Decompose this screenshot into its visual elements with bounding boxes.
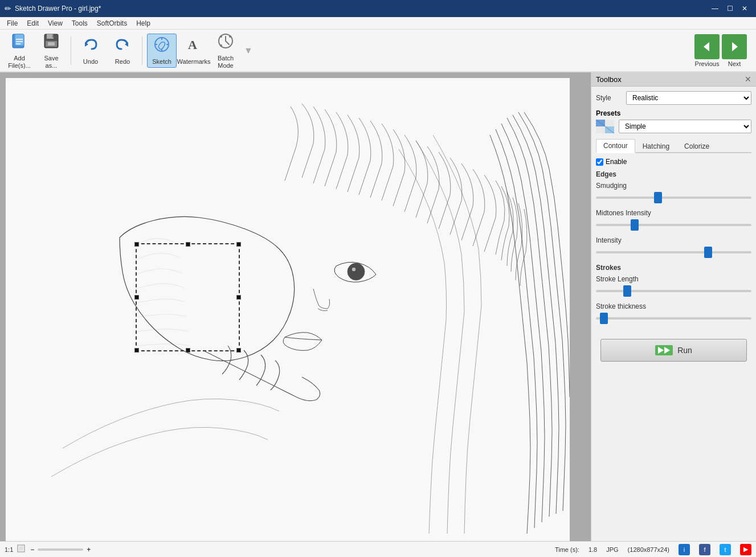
info-icon[interactable]: i [679,544,690,555]
sketch-button[interactable]: Sketch [147,34,177,68]
intensity-label: Intensity [596,236,751,244]
stroke-thickness-label: Stroke thickness [596,302,751,310]
menu-softorbits[interactable]: SoftOrbits [92,18,132,28]
enable-checkbox[interactable] [596,158,603,166]
presets-row: SimpleDetailedDarkLight [596,120,751,133]
menu-tools[interactable]: Tools [67,18,92,28]
edges-section: Edges Smudging Midtones Intensity [596,170,751,258]
toolbox-title: Toolbox [596,75,622,84]
previous-button[interactable] [694,34,720,59]
sketch-image [6,78,570,541]
tab-colorize[interactable]: Colorize [677,139,717,153]
zoom-value: 1:1 [5,546,13,553]
undo-icon [81,35,100,57]
undo-label: Undo [83,58,98,65]
minimize-button[interactable]: — [708,3,722,14]
stroke-length-slider-container [596,285,751,297]
smudging-slider[interactable] [596,196,751,199]
presets-icon [596,120,614,133]
status-bar: 1:1 − + Time (s): 1.8 JPG (1280x877x24) … [0,541,756,557]
strokes-title: Strokes [596,264,751,272]
menu-edit[interactable]: Edit [22,18,43,28]
batch-mode-label: BatchMode [218,55,234,68]
stroke-thickness-slider[interactable] [596,317,751,320]
stroke-length-label: Stroke Length [596,275,751,283]
more-arrow[interactable]: ▼ [244,46,253,56]
midtones-group: Midtones Intensity [596,209,751,231]
svg-marker-22 [704,42,709,51]
style-label: Style [596,94,622,102]
zoom-plus-button[interactable]: + [85,546,92,554]
save-as-label: Saveas... [44,55,58,68]
smudging-group: Smudging [596,182,751,203]
midtones-thumb[interactable] [631,219,639,231]
canvas-inner [0,72,591,541]
presets-section: Presets SimpleDetailedDarkLight [596,109,751,133]
presets-title: Presets [596,109,751,117]
tabs: Contour Hatching Colorize [596,138,751,153]
intensity-slider[interactable] [596,251,751,253]
svg-rect-33 [19,546,23,551]
stroke-thickness-group: Stroke thickness [596,302,751,324]
stroke-thickness-thumb[interactable] [600,313,608,324]
midtones-slider-container [596,219,751,231]
add-files-button[interactable]: AddFile(s)... [5,34,34,68]
style-row: Style SimpleRealisticColoredHDR [596,91,751,105]
main-area: Toolbox ✕ Style SimpleRealisticColoredHD… [0,72,756,541]
watermarks-label: Watermarks [177,58,211,65]
tab-contour[interactable]: Contour [596,139,635,153]
watermarks-button[interactable]: A Watermarks [179,34,209,68]
smudging-thumb[interactable] [654,192,662,203]
youtube-icon[interactable]: ▶ [740,544,751,555]
toolbar: AddFile(s)... Saveas... Undo [0,30,756,72]
add-files-label: AddFile(s)... [8,55,31,68]
save-as-button[interactable]: Saveas... [36,34,66,68]
next-label: Next [722,60,747,67]
intensity-thumb[interactable] [704,247,712,258]
twitter-icon[interactable]: t [720,544,731,555]
time-label: Time (s): [555,546,579,553]
zoom-minus-button[interactable]: − [29,546,35,554]
stroke-length-thumb[interactable] [623,285,631,297]
time-value: 1.8 [589,546,597,553]
stroke-length-slider[interactable] [596,290,751,292]
svg-point-27 [352,267,356,272]
style-select[interactable]: SimpleRealisticColoredHDR [626,91,751,105]
run-button[interactable]: Run [600,339,747,362]
redo-label: Redo [115,58,130,65]
menu-view[interactable]: View [43,18,67,28]
toolbox-close-button[interactable]: ✕ [745,75,751,84]
toolbar-sep-2 [142,36,142,65]
tab-hatching[interactable]: Hatching [635,139,677,153]
toolbar-sep-1 [71,36,71,65]
facebook-icon[interactable]: f [699,544,710,555]
undo-button[interactable]: Undo [76,34,105,68]
run-label: Run [677,346,692,355]
redo-button[interactable]: Redo [108,34,137,68]
batch-mode-icon [216,32,235,54]
app-icon: ✏ [5,4,11,13]
zoom-fit-button[interactable] [15,544,27,555]
presets-select[interactable]: SimpleDetailedDarkLight [619,120,751,133]
run-arrow-2 [664,347,670,354]
batch-mode-button[interactable]: BatchMode [211,34,240,68]
menu-file[interactable]: File [2,18,22,28]
next-button[interactable] [722,34,747,59]
svg-rect-7 [52,34,54,38]
maximize-button[interactable]: ☐ [723,3,737,14]
svg-point-20 [229,35,231,38]
run-btn-area: Run [596,330,751,366]
canvas-area[interactable] [0,72,591,541]
midtones-slider[interactable] [596,224,751,226]
zoom-slider[interactable] [38,548,83,551]
app-title: Sketch Drawer Pro - girl.jpg* [15,5,101,13]
previous-label: Previous [694,60,720,67]
stroke-thickness-slider-container [596,313,751,324]
close-button[interactable]: ✕ [738,3,751,14]
menu-help[interactable]: Help [132,18,155,28]
smudging-label: Smudging [596,182,751,190]
title-bar: ✏ Sketch Drawer Pro - girl.jpg* — ☐ ✕ [0,0,756,17]
sketch-svg [6,78,570,541]
nav-area: Previous Next [694,34,747,67]
add-files-icon [10,32,28,54]
